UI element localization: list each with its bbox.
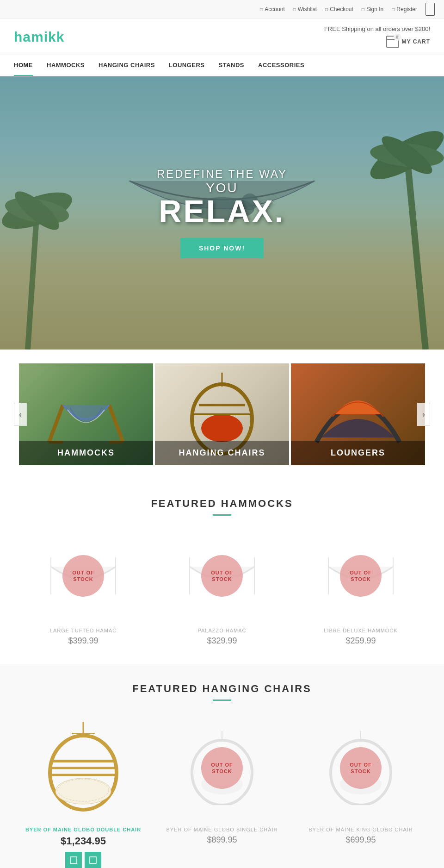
out-of-stock-badge-1: OUT OF STOCK (62, 555, 104, 597)
hanging-chair-product-2: OUT OF STOCK BYER OF MAINE GLOBO SINGLE … (157, 715, 287, 868)
signin-link[interactable]: Sign In (362, 6, 383, 12)
hammock-product-2-image-wrap: OUT OF STOCK (157, 530, 287, 622)
category-hanging-chairs[interactable]: HANGING CHAIRS (155, 363, 289, 465)
hanging-chair-product-1: BYER OF MAINE GLOBO DOUBLE CHAIR $1,234.… (18, 715, 148, 868)
svg-point-34 (56, 778, 111, 804)
nav-loungers[interactable]: LOUNGERS (169, 55, 205, 76)
category-hammocks-label: HAMMOCKS (57, 448, 115, 457)
hammock-3-name: LIBRE DELUXE HAMMOCK (296, 628, 426, 633)
mobile-icon (426, 3, 435, 16)
site-logo[interactable]: hamikk (14, 29, 64, 45)
nav-hanging-chairs[interactable]: HANGING CHAIRS (99, 55, 155, 76)
featured-hammocks-section: FEATURED HAMMOCKS OUT OF STOCK LARGE TUF… (0, 479, 444, 664)
cart-icon-wrap: 0 (386, 35, 399, 48)
checkout-link[interactable]: Checkout (325, 6, 353, 12)
hammock-product-3-image-wrap: OUT OF STOCK (296, 530, 426, 622)
lounger-category-image (307, 377, 409, 451)
hammock-product-2: OUT OF STOCK PALAZZO HAMAC $329.99 (157, 530, 287, 646)
featured-hammocks-divider (213, 514, 231, 516)
svg-rect-37 (90, 857, 96, 863)
hammock-2-price: $329.99 (157, 636, 287, 646)
hanging-chair-3-name: BYER OF MAINE KING GLOBO CHAIR (296, 827, 426, 832)
svg-line-12 (49, 405, 63, 442)
hammock-1-price: $399.99 (18, 636, 148, 646)
hanging-chair-3-price: $699.95 (296, 835, 426, 845)
svg-rect-36 (70, 857, 77, 863)
hammock-product-3: OUT OF STOCK LIBRE DELUXE HAMMOCK $259.9… (296, 530, 426, 646)
nav-hammocks[interactable]: HAMMOCKS (47, 55, 85, 76)
category-hammocks-label-overlay: HAMMOCKS (19, 441, 153, 465)
featured-hanging-chairs-section: FEATURED HANGING CHAIRS (0, 664, 444, 868)
top-bar: Account Wishlist Checkout Sign In Regist… (0, 0, 444, 19)
hammock-2-name: PALAZZO HAMAC (157, 628, 287, 633)
hero-line3: RELAX. (157, 195, 287, 227)
hanging-chair-2-price: $899.95 (157, 835, 287, 845)
site-header: hamikk FREE Shipping on all orders over … (0, 19, 444, 55)
category-section: ‹ HAMMOCKS (0, 350, 444, 479)
hammock-product-1-image-wrap: OUT OF STOCK (18, 530, 148, 622)
svg-line-13 (109, 405, 123, 442)
wishlist-link[interactable]: Wishlist (293, 6, 317, 12)
nav-accessories[interactable]: ACCESSORIES (258, 55, 304, 76)
category-loungers-label-overlay: LOUNGERS (291, 441, 425, 465)
carousel-right-arrow[interactable]: › (417, 403, 430, 426)
category-loungers[interactable]: LOUNGERS (291, 363, 425, 465)
hero-line1: REDEFINE THE WAY (157, 168, 287, 181)
register-link[interactable]: Register (392, 6, 417, 12)
category-hanging-label-overlay: HANGING CHAIRS (155, 441, 289, 465)
main-nav: HOME HAMMOCKS HANGING CHAIRS LOUNGERS ST… (0, 55, 444, 76)
out-of-stock-badge-chair-3: OUT OF STOCK (340, 747, 382, 789)
compare-icon (89, 856, 97, 864)
compare-button-1[interactable] (85, 852, 101, 868)
category-loungers-label: LOUNGERS (331, 448, 385, 457)
featured-hanging-chairs-divider (213, 699, 231, 701)
hammocks-products-grid: OUT OF STOCK LARGE TUFTED HAMAC $399.99 … (14, 530, 430, 646)
carousel-left-arrow[interactable]: ‹ (14, 403, 27, 426)
featured-hanging-chairs-title: FEATURED HANGING CHAIRS (14, 683, 430, 695)
hanging-chair-1-image-wrap (18, 715, 148, 821)
category-carousel: ‹ HAMMOCKS (0, 363, 444, 465)
hero-banner: REDEFINE THE WAY YOU RELAX. SHOP NOW! (0, 76, 444, 350)
hammock-3-price: $259.99 (296, 636, 426, 646)
account-link[interactable]: Account (260, 6, 284, 12)
heart-icon (70, 856, 77, 864)
hanging-chair-product-3: OUT OF STOCK BYER OF MAINE KING GLOBO CH… (296, 715, 426, 868)
hanging-chair-1-price: $1,234.95 (18, 835, 148, 847)
nav-stands[interactable]: STANDS (219, 55, 244, 76)
nav-home[interactable]: HOME (14, 55, 33, 76)
hanging-chair-3-image-wrap: OUT OF STOCK (296, 715, 426, 821)
cart-badge: 0 (394, 33, 401, 41)
category-hammocks[interactable]: HAMMOCKS (19, 363, 153, 465)
hanging-chair-1-actions (18, 852, 148, 868)
category-hanging-label: HANGING CHAIRS (179, 448, 265, 457)
out-of-stock-badge-chair-2: OUT OF STOCK (201, 747, 243, 789)
header-right: FREE Shipping on all orders over $200! 0… (324, 25, 430, 48)
hanging-chair-2-image-wrap: OUT OF STOCK (157, 715, 287, 821)
out-of-stock-badge-3: OUT OF STOCK (340, 555, 382, 597)
hammock-1-name: LARGE TUFTED HAMAC (18, 628, 148, 633)
wishlist-button-1[interactable] (65, 852, 82, 868)
hanging-chairs-products-grid: BYER OF MAINE GLOBO DOUBLE CHAIR $1,234.… (14, 715, 430, 868)
hero-content: REDEFINE THE WAY YOU RELAX. SHOP NOW! (157, 168, 287, 258)
hanging-chair-1-name: BYER OF MAINE GLOBO DOUBLE CHAIR (18, 827, 148, 832)
cart-label: MY CART (402, 38, 430, 45)
shop-now-button[interactable]: SHOP NOW! (180, 238, 264, 258)
featured-hammocks-title: FEATURED HAMMOCKS (14, 498, 430, 510)
shipping-banner: FREE Shipping on all orders over $200! (324, 25, 430, 32)
hammock-category-image (35, 382, 137, 447)
svg-point-18 (201, 414, 243, 442)
hammock-product-1: OUT OF STOCK LARGE TUFTED HAMAC $399.99 (18, 530, 148, 646)
cart-button[interactable]: 0 MY CART (386, 35, 430, 48)
hanging-chair-2-name: BYER OF MAINE GLOBO SINGLE CHAIR (157, 827, 287, 832)
out-of-stock-badge-2: OUT OF STOCK (201, 555, 243, 597)
globo-double-chair-image (42, 722, 125, 814)
